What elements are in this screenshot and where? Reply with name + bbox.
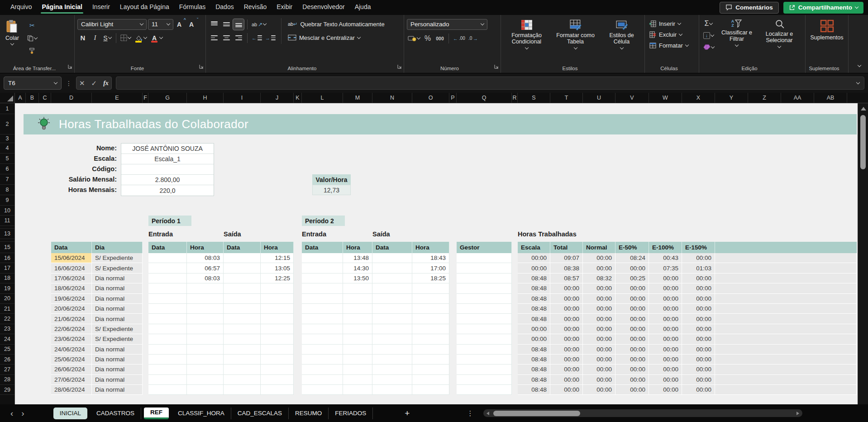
cell-p1-r26c0[interactable] [148,355,187,364]
codigo-label[interactable]: Código: [24,164,117,174]
cell-gestor-r26c0[interactable] [457,355,512,364]
number-dialog-launcher-icon[interactable] [494,62,499,71]
cell-left-r28c1[interactable]: Dia normal [92,375,143,385]
cell-p2-r24c3[interactable] [412,334,449,344]
cell-left-r23c1[interactable]: S/ Expediente [92,324,143,334]
cell-right-r17c5[interactable]: 01:03 [682,263,715,273]
collapse-ribbon-chevron-icon[interactable] [858,63,861,67]
menu-pagina-inicial[interactable]: Página Inicial [37,0,87,15]
cell-p1-r17c1[interactable]: 06:57 [187,263,224,273]
row-header-21[interactable]: 21 [0,304,14,314]
menu-revisao[interactable]: Revisão [239,0,272,15]
paste-button[interactable]: Colar [3,18,22,56]
cell-p2-r26c0[interactable] [302,355,343,364]
cut-button[interactable]: ✂ [26,20,38,31]
horizontal-scrollbar[interactable] [483,409,802,417]
cell-left-r21c1[interactable]: Dia normal [92,304,143,314]
cell-p2-r25c1[interactable] [343,345,372,355]
cell-p2-r21c1[interactable] [343,304,372,314]
column-header-Q[interactable]: Q [457,93,512,103]
cell-p1-r16c0[interactable] [148,253,187,263]
row-header-16[interactable]: 16 [0,253,14,263]
row-header-11[interactable]: 11 [0,216,14,226]
column-header-AB[interactable]: AB [814,93,847,103]
row-header-28[interactable]: 28 [0,375,14,385]
cell-gestor-r29c0[interactable] [457,385,512,395]
sheet-title-band[interactable]: Horas Trabalhadas do Colaborador [24,114,857,134]
cell-p2-r19c2[interactable] [372,283,412,293]
salario-mensal-value[interactable]: 2.800,00 [121,175,214,185]
delete-cells-button[interactable]: Excluir [648,29,696,40]
column-header-O[interactable]: O [412,93,449,103]
cell-right-r24c0[interactable]: 00:00 [518,334,550,344]
increase-indent-button[interactable]: → [264,33,277,43]
font-name-select[interactable]: Calibri Light [77,19,147,30]
cell-p2-r21c3[interactable] [412,304,449,314]
cell-p1-r20c2[interactable] [224,294,261,304]
cell-ext-r21c0[interactable] [715,304,857,314]
fill-color-button[interactable] [133,33,148,43]
increase-font-size-button[interactable]: A^ [175,19,186,30]
cell-p2-r19c1[interactable] [343,283,372,293]
tab-options-icon[interactable]: ⋮ [467,409,473,417]
cell-right-r21c3[interactable]: 00:00 [615,304,649,314]
cell-right-r22c2[interactable]: 00:00 [583,314,615,324]
cell-right-r22c5[interactable]: 00:00 [682,314,715,324]
cell-right-r18c2[interactable]: 08:32 [583,273,615,283]
cell-p2-r19c3[interactable] [412,283,449,293]
row-header-19[interactable]: 19 [0,283,14,293]
row-header-20[interactable]: 20 [0,294,14,304]
cell-p1-r18c2[interactable] [224,273,261,283]
cell-right-r23c4[interactable]: 00:00 [649,324,682,334]
cell-p1-r23c2[interactable] [224,324,261,334]
cell-p1-r28c2[interactable] [224,375,261,385]
cell-right-r19c4[interactable]: 00:00 [649,283,682,293]
cell-right-r16c5[interactable]: 00:00 [682,253,715,263]
cell-left-r27c0[interactable]: 26/06/2024 [51,364,92,374]
valor-hora-value[interactable]: 12,73 [312,185,351,195]
cell-p2-r23c1[interactable] [343,324,372,334]
header-p2-hora-out[interactable]: Hora [412,242,449,253]
cell-left-r18c0[interactable]: 17/06/2024 [51,273,92,283]
menu-layout-da-pagina[interactable]: Layout da Página [115,0,174,15]
cell-right-r21c0[interactable]: 08:48 [518,304,550,314]
conditional-formatting-button[interactable]: Formatação Condicional [503,18,550,63]
cell-right-r27c1[interactable]: 00:00 [550,364,583,374]
cell-left-r19c1[interactable]: Dia normal [92,283,143,293]
vertical-scrollbar-thumb[interactable] [860,115,866,169]
cell-p1-r22c0[interactable] [148,314,187,324]
cell-right-r24c2[interactable]: 00:00 [583,334,615,344]
header-escala[interactable]: Escala [518,242,550,253]
header-p1-hora-out[interactable]: Hora [261,242,294,253]
cell-p1-r19c3[interactable] [261,283,294,293]
orientation-button[interactable]: ab↗ [251,19,267,30]
cell-p2-r18c3[interactable]: 18:25 [412,273,449,283]
cell-ext-r22c0[interactable] [715,314,857,324]
cell-gestor-r28c0[interactable] [457,375,512,385]
cell-p1-r25c1[interactable] [187,345,224,355]
cell-right-r23c0[interactable]: 00:00 [518,324,550,334]
cell-p2-r17c1[interactable]: 14:30 [343,263,372,273]
cell-left-r28c0[interactable]: 27/06/2024 [51,375,92,385]
insert-function-button[interactable]: fx [103,80,109,87]
column-header-T[interactable]: T [550,93,583,103]
column-header-J[interactable]: J [261,93,294,103]
cell-p2-r19c0[interactable] [302,283,343,293]
bold-button[interactable]: N [77,33,88,43]
add-sheet-button[interactable]: + [401,408,413,418]
cell-p1-r25c0[interactable] [148,345,187,355]
entrada-1-label[interactable]: Entrada [148,229,173,239]
column-header-P[interactable]: P [449,93,457,103]
cell-p2-r16c3[interactable]: 18:43 [412,253,449,263]
cell-right-r28c5[interactable]: 00:00 [682,375,715,385]
cell-ext-r17c0[interactable] [715,263,857,273]
cell-left-r16c0[interactable]: 15/06/2024 [51,253,92,263]
row-header-24[interactable]: 24 [0,334,14,344]
cell-gestor-r21c0[interactable] [457,304,512,314]
cell-p2-r28c1[interactable] [343,375,372,385]
cell-p1-r23c0[interactable] [148,324,187,334]
cell-ext-r27c0[interactable] [715,364,857,374]
menu-exibir[interactable]: Exibir [272,0,297,15]
cell-p2-r29c1[interactable] [343,385,372,395]
cell-right-r26c0[interactable]: 08:48 [518,355,550,364]
